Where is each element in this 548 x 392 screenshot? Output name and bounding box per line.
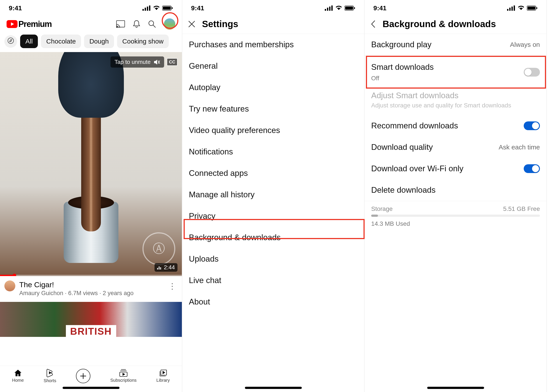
row-delete-downloads[interactable]: Delete downloads: [365, 179, 547, 201]
cellular-icon: [507, 6, 515, 11]
recommend-toggle[interactable]: [524, 121, 540, 130]
settings-item-manage-history[interactable]: Manage all history: [182, 184, 364, 205]
svg-rect-22: [345, 7, 353, 10]
unmute-label: Tap to unmute: [114, 59, 150, 65]
nav-library[interactable]: Library: [157, 369, 170, 383]
settings-item-general[interactable]: General: [182, 55, 364, 77]
svg-rect-30: [536, 7, 537, 9]
close-icon[interactable]: [188, 20, 195, 28]
unmute-button[interactable]: Tap to unmute: [111, 56, 164, 68]
settings-item-autoplay[interactable]: Autoplay: [182, 77, 364, 98]
svg-rect-23: [354, 7, 355, 9]
settings-item-purchases[interactable]: Purchases and memberships: [182, 34, 364, 55]
storage-bar: [371, 215, 540, 217]
cast-icon[interactable]: [116, 20, 125, 28]
plus-icon: [80, 372, 87, 379]
library-icon: [159, 369, 167, 377]
feed-video-thumbnail[interactable]: Ⓐ Tap to unmute CC 2:44: [0, 52, 182, 276]
settings-item-uploads[interactable]: Uploads: [182, 248, 364, 270]
download-quality-value: Ask each time: [499, 143, 540, 151]
settings-item-connected-apps[interactable]: Connected apps: [182, 162, 364, 184]
status-indicators: [325, 6, 356, 11]
video-meta-row[interactable]: The Cigar! Amaury Guichon · 6.7M views ·…: [0, 276, 182, 302]
row-recommend-downloads[interactable]: Recommend downloads: [365, 115, 547, 137]
status-bar: 9:41: [0, 0, 182, 14]
bottom-nav: Home Shorts Subscriptions Library: [0, 366, 182, 385]
row-adjust-smart-downloads: Adjust Smart downloads Adjust storage us…: [365, 84, 547, 115]
home-indicator[interactable]: [427, 387, 484, 389]
status-indicators: [507, 6, 538, 11]
svg-rect-6: [172, 7, 173, 9]
wifi-icon: [335, 6, 342, 11]
svg-point-11: [8, 38, 14, 43]
video-subline: Amaury Guichon · 6.7M views · 2 years ag…: [19, 290, 163, 297]
settings-item-privacy[interactable]: Privacy: [182, 205, 364, 227]
row-background-play[interactable]: Background play Always on: [365, 34, 547, 55]
svg-rect-27: [514, 6, 515, 11]
nav-subscriptions[interactable]: Subscriptions: [110, 369, 136, 383]
background-play-value: Always on: [510, 41, 540, 48]
channel-avatar[interactable]: [4, 280, 15, 291]
more-icon[interactable]: ⋮: [167, 280, 178, 292]
back-icon[interactable]: [370, 20, 376, 28]
row-download-quality[interactable]: Download quality Ask each time: [365, 137, 547, 158]
svg-rect-26: [512, 7, 513, 11]
logo-text: Premium: [18, 20, 52, 29]
svg-point-10: [149, 21, 154, 26]
svg-rect-18: [327, 8, 328, 11]
nav-home[interactable]: Home: [12, 369, 24, 383]
chip-cooking[interactable]: Cooking show: [117, 35, 169, 48]
svg-rect-2: [147, 7, 148, 11]
feed-video-thumbnail-2[interactable]: BRITISH: [0, 302, 182, 337]
shorts-icon: [46, 369, 54, 377]
settings-item-live-chat[interactable]: Live chat: [182, 270, 364, 291]
avatar[interactable]: [164, 18, 175, 30]
settings-item-video-quality[interactable]: Video quality preferences: [182, 120, 364, 141]
wifi-only-toggle[interactable]: [524, 164, 540, 173]
explore-chip[interactable]: [4, 35, 17, 48]
bars-icon: [157, 266, 162, 269]
settings-item-notifications[interactable]: Notifications: [182, 141, 364, 162]
youtube-play-icon: [7, 20, 17, 28]
app-header: Premium: [0, 14, 182, 32]
topic-chip-row[interactable]: All Chocolate Dough Cooking show: [0, 32, 182, 52]
svg-rect-5: [163, 7, 171, 10]
svg-point-9: [116, 27, 117, 28]
wifi-icon: [518, 6, 525, 11]
chip-dough[interactable]: Dough: [84, 35, 114, 48]
chip-chocolate[interactable]: Chocolate: [41, 35, 81, 48]
bell-icon[interactable]: [133, 20, 140, 28]
svg-rect-14: [160, 267, 161, 269]
chip-all[interactable]: All: [20, 35, 38, 48]
svg-rect-24: [507, 9, 508, 11]
cc-badge[interactable]: CC: [167, 58, 178, 66]
battery-icon: [344, 6, 356, 11]
youtube-logo[interactable]: Premium: [7, 20, 52, 29]
video-progress[interactable]: [0, 275, 182, 276]
row-smart-downloads[interactable]: Smart downloads Off: [365, 56, 547, 84]
settings-item-try-new[interactable]: Try new features: [182, 98, 364, 120]
bg-downloads-title: Background & downloads: [383, 19, 496, 29]
svg-rect-29: [527, 7, 535, 10]
settings-item-about[interactable]: About: [182, 291, 364, 313]
storage-used-label: 14.3 MB Used: [365, 219, 547, 229]
compass-icon: [7, 37, 14, 44]
nav-shorts[interactable]: Shorts: [43, 369, 56, 383]
settings-item-background-downloads[interactable]: Background & downloads: [182, 227, 364, 248]
home-indicator[interactable]: [245, 387, 302, 389]
bg-downloads-header: Background & downloads: [365, 14, 547, 34]
smart-downloads-status: Off: [371, 75, 434, 82]
settings-title: Settings: [202, 19, 238, 29]
home-icon: [14, 369, 22, 377]
wifi-icon: [153, 6, 160, 11]
svg-rect-13: [159, 266, 160, 269]
search-icon[interactable]: [148, 20, 156, 28]
nav-create[interactable]: [76, 369, 90, 383]
video-still: Ⓐ: [0, 52, 182, 276]
smart-downloads-toggle[interactable]: [524, 68, 540, 77]
home-indicator[interactable]: [63, 387, 120, 389]
status-indicators: [142, 6, 173, 11]
row-download-wifi-only[interactable]: Download over Wi-Fi only: [365, 158, 547, 179]
cellular-icon: [142, 6, 151, 11]
status-bar: 9:41: [182, 0, 364, 14]
